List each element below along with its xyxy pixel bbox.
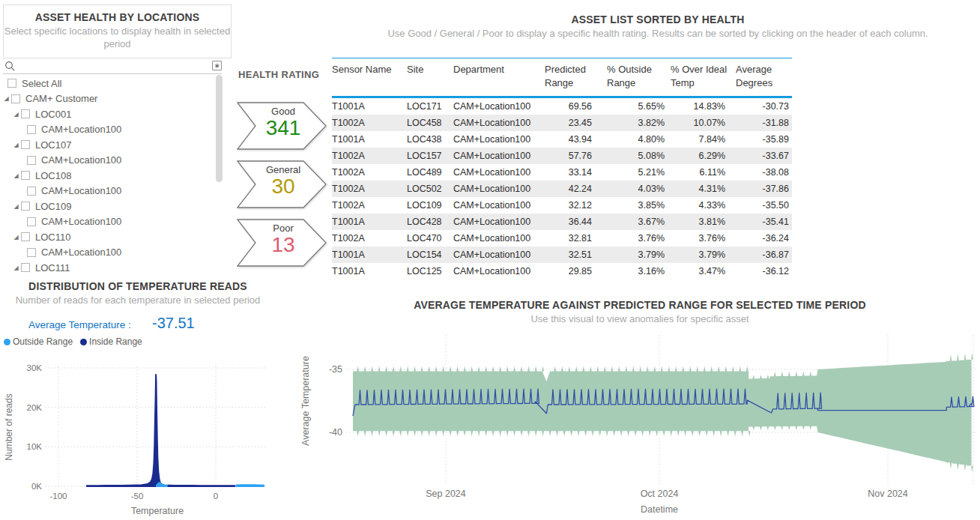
table-cell[interactable]: 3.79% bbox=[671, 250, 736, 260]
table-cell[interactable]: 3.47% bbox=[671, 266, 736, 276]
table-row[interactable]: T1002ALOC502CAM+Location10042.244.03%4.3… bbox=[332, 181, 792, 197]
column-header[interactable]: Predicted Range bbox=[545, 63, 607, 92]
table-cell[interactable]: LOC109 bbox=[407, 200, 453, 211]
table-cell[interactable]: CAM+Location100 bbox=[453, 266, 545, 276]
tree-item[interactable]: CAM+Location100 bbox=[0, 245, 214, 261]
table-cell[interactable]: 32.51 bbox=[545, 250, 607, 260]
table-cell[interactable]: CAM+Location100 bbox=[453, 250, 545, 260]
checkbox[interactable] bbox=[27, 217, 36, 226]
health-chevron-general[interactable]: General30 bbox=[237, 160, 327, 208]
table-cell[interactable]: CAM+Location100 bbox=[453, 233, 545, 244]
checkbox[interactable] bbox=[27, 125, 36, 134]
tree-item-label[interactable]: LOC107 bbox=[35, 139, 71, 151]
table-row[interactable]: T1002ALOC489CAM+Location10033.145.21%6.1… bbox=[332, 164, 792, 181]
table-cell[interactable]: -36.24 bbox=[736, 233, 792, 244]
expand-icon[interactable]: ◢ bbox=[11, 264, 21, 271]
expand-icon[interactable]: ◢ bbox=[11, 234, 21, 241]
column-header[interactable]: % Outside Range bbox=[607, 63, 671, 92]
tree-item-label[interactable]: LOC111 bbox=[35, 262, 70, 273]
table-cell[interactable]: -30.73 bbox=[736, 101, 792, 112]
table-cell[interactable]: LOC489 bbox=[407, 167, 453, 178]
table-cell[interactable]: -38.08 bbox=[736, 167, 792, 178]
table-cell[interactable]: T1002A bbox=[332, 200, 407, 211]
table-cell[interactable]: CAM+Location100 bbox=[453, 151, 545, 161]
column-header[interactable]: Department bbox=[453, 63, 545, 92]
table-cell[interactable]: 5.08% bbox=[607, 151, 671, 161]
table-cell[interactable]: T1001A bbox=[332, 101, 407, 112]
checkbox[interactable] bbox=[27, 248, 36, 257]
tree-item-label[interactable]: LOC108 bbox=[35, 170, 71, 181]
tree-item[interactable]: ◢LOC108 bbox=[0, 168, 214, 184]
table-cell[interactable]: LOC125 bbox=[407, 266, 453, 276]
distribution-chart-svg[interactable]: 0K10K20K30K-100-500Number of readsTemper… bbox=[0, 351, 300, 520]
table-cell[interactable]: LOC171 bbox=[407, 101, 453, 112]
table-cell[interactable]: -33.67 bbox=[736, 151, 792, 161]
table-cell[interactable]: T1001A bbox=[332, 217, 407, 227]
table-cell[interactable]: 42.24 bbox=[545, 184, 607, 194]
tree-item[interactable]: ◢LOC110 bbox=[0, 229, 214, 245]
table-cell[interactable]: 23.45 bbox=[545, 118, 607, 128]
tree-item[interactable]: ◢LOC109 bbox=[0, 199, 214, 214]
checkbox[interactable] bbox=[27, 156, 36, 165]
expand-icon[interactable]: ◢ bbox=[11, 172, 21, 179]
table-row[interactable]: T1001ALOC438CAM+Location10043.944.80%7.8… bbox=[332, 131, 792, 148]
expand-icon[interactable]: ◢ bbox=[1, 95, 11, 102]
checkbox[interactable] bbox=[21, 263, 30, 272]
table-cell[interactable]: 3.79% bbox=[607, 250, 671, 260]
table-cell[interactable]: 3.85% bbox=[607, 200, 671, 211]
table-cell[interactable]: T1002A bbox=[332, 184, 407, 194]
table-row[interactable]: T1002ALOC470CAM+Location10032.813.76%3.7… bbox=[332, 230, 792, 247]
checkbox[interactable] bbox=[21, 109, 30, 118]
checkbox[interactable] bbox=[21, 202, 30, 211]
tree-item[interactable]: CAM+Location100 bbox=[0, 153, 214, 169]
table-cell[interactable]: T1002A bbox=[332, 151, 407, 161]
temperature-chart-svg[interactable]: -35-40Sep 2024Oct 2024Nov 2024Average Te… bbox=[300, 328, 980, 520]
table-cell[interactable]: -35.89 bbox=[736, 134, 792, 145]
table-cell[interactable]: T1002A bbox=[332, 118, 407, 128]
table-cell[interactable]: CAM+Location100 bbox=[453, 118, 545, 128]
expand-icon[interactable]: ◢ bbox=[11, 111, 21, 118]
health-chevron-good[interactable]: Good341 bbox=[237, 102, 327, 150]
table-row[interactable]: T1001ALOC154CAM+Location10032.513.79%3.7… bbox=[332, 247, 792, 263]
tree-item-label[interactable]: CAM+Location100 bbox=[41, 124, 121, 135]
table-cell[interactable]: 3.76% bbox=[671, 233, 736, 244]
table-cell[interactable]: 4.03% bbox=[607, 184, 671, 194]
legend-item[interactable]: Outside Range bbox=[4, 336, 73, 347]
table-cell[interactable]: -35.41 bbox=[736, 217, 792, 227]
table-cell[interactable]: 10.07% bbox=[671, 118, 736, 128]
tree-item-label[interactable]: CAM+ Customer bbox=[25, 93, 97, 104]
table-cell[interactable]: 43.94 bbox=[545, 134, 607, 145]
column-header[interactable]: Site bbox=[407, 63, 453, 92]
table-cell[interactable]: 6.11% bbox=[671, 167, 736, 178]
table-cell[interactable]: CAM+Location100 bbox=[453, 184, 545, 194]
table-cell[interactable]: 29.85 bbox=[545, 266, 607, 276]
tree-item[interactable]: Select All bbox=[0, 76, 214, 91]
tree-item[interactable]: ◢LOC107 bbox=[0, 137, 214, 153]
table-cell[interactable]: 5.21% bbox=[607, 167, 671, 178]
slicer-scrollbar[interactable] bbox=[216, 75, 223, 182]
table-cell[interactable]: T1001A bbox=[332, 134, 407, 145]
table-row[interactable]: T1001ALOC125CAM+Location10029.853.16%3.4… bbox=[332, 263, 792, 279]
checkbox[interactable] bbox=[21, 140, 30, 149]
column-header[interactable]: Average Degrees bbox=[736, 63, 792, 92]
table-row[interactable]: T1001ALOC428CAM+Location10036.443.67%3.8… bbox=[332, 214, 792, 230]
table-cell[interactable]: 3.76% bbox=[607, 233, 671, 244]
tree-item[interactable]: ◢LOC001 bbox=[0, 106, 214, 122]
table-cell[interactable]: LOC502 bbox=[407, 184, 453, 194]
table-cell[interactable]: 3.82% bbox=[607, 118, 671, 128]
tree-item[interactable]: ◢CAM+ Customer bbox=[0, 91, 214, 107]
table-cell[interactable]: 4.33% bbox=[671, 200, 736, 211]
table-cell[interactable]: -37.86 bbox=[736, 184, 792, 194]
table-cell[interactable]: 4.80% bbox=[607, 134, 671, 145]
search-input[interactable] bbox=[19, 60, 193, 73]
tree-item-label[interactable]: Select All bbox=[22, 78, 61, 89]
table-cell[interactable]: -31.88 bbox=[736, 118, 792, 128]
tree-item-label[interactable]: LOC001 bbox=[35, 109, 71, 120]
table-cell[interactable]: 3.81% bbox=[671, 217, 736, 227]
tree-item[interactable]: CAM+Location100 bbox=[0, 184, 214, 199]
tree-item-label[interactable]: LOC110 bbox=[35, 232, 70, 243]
table-cell[interactable]: CAM+Location100 bbox=[453, 167, 545, 178]
table-row[interactable]: T1002ALOC109CAM+Location10032.123.85%4.3… bbox=[332, 197, 792, 214]
table-cell[interactable]: 6.29% bbox=[671, 151, 736, 161]
table-row[interactable]: T1001ALOC171CAM+Location10069.565.65%14.… bbox=[332, 98, 792, 115]
